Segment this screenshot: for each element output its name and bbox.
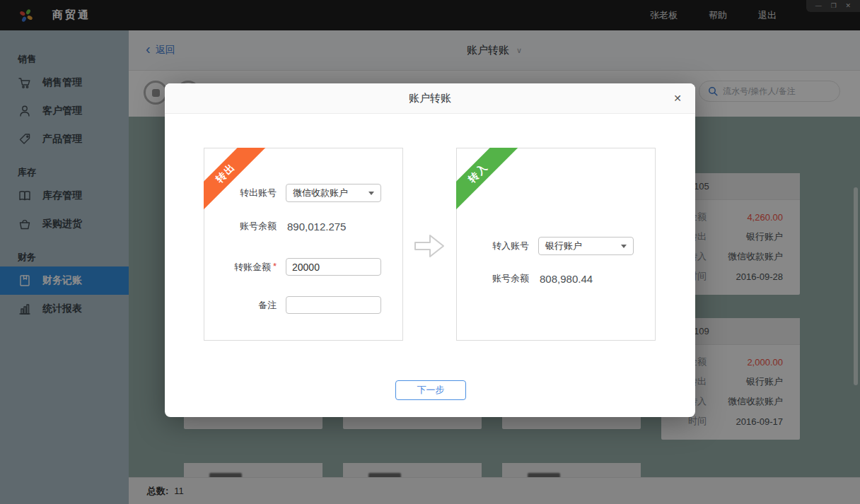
transfer-modal: 账户转账 ✕ 转出 转出账号 微信收款账户 账号余额 890,012.275 转…	[165, 83, 695, 417]
in-balance-value: 808,980.44	[540, 273, 593, 285]
out-balance-label: 账号余额	[240, 220, 277, 233]
dropdown-caret-icon	[368, 192, 374, 195]
amount-input[interactable]	[286, 258, 381, 276]
required-asterisk: *	[273, 261, 277, 274]
in-account-label: 转入账号	[492, 240, 529, 252]
amount-label: 转账金额	[234, 261, 271, 274]
note-label: 备注	[258, 299, 277, 312]
out-account-label: 转出账号	[240, 187, 277, 199]
modal-header: 账户转账	[165, 83, 695, 114]
transfer-arrow-icon	[413, 232, 446, 263]
transfer-out-panel: 转出 转出账号 微信收款账户 账号余额 890,012.275 转账金额* 备注	[204, 148, 403, 341]
next-step-button[interactable]: 下一步	[395, 380, 466, 400]
out-account-selected: 微信收款账户	[293, 187, 348, 199]
in-account-select[interactable]: 银行账户	[538, 237, 634, 255]
out-account-select[interactable]: 微信收款账户	[286, 184, 381, 202]
note-input[interactable]	[286, 296, 381, 314]
dropdown-caret-icon	[621, 245, 627, 248]
transfer-in-panel: 转入 转入账号 银行账户 账号余额 808,980.44	[456, 148, 656, 341]
in-balance-label: 账号余额	[492, 272, 529, 285]
in-account-selected: 银行账户	[545, 240, 582, 252]
transfer-in-ribbon: 转入	[456, 148, 518, 210]
out-balance-value: 890,012.275	[287, 221, 346, 233]
close-icon[interactable]: ✕	[670, 90, 685, 106]
modal-title: 账户转账	[409, 92, 451, 105]
